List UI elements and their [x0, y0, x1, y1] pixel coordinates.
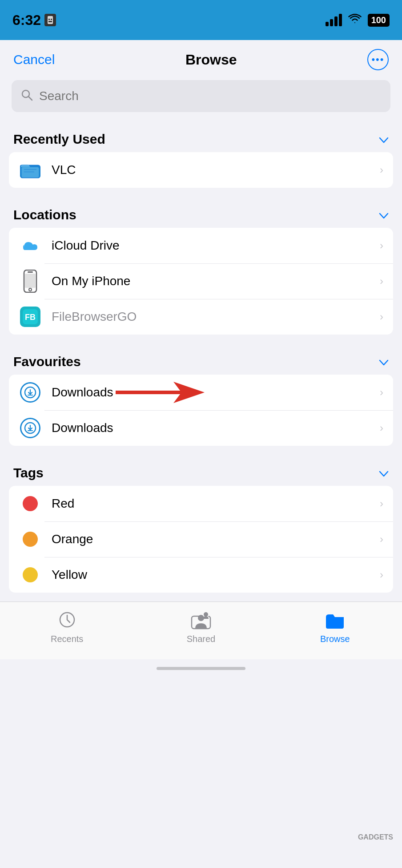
chevron-right-icon: › — [380, 569, 383, 581]
tags-section-header: Tags — [0, 455, 402, 486]
svg-point-14 — [29, 288, 32, 291]
tab-browse[interactable]: Browse — [308, 608, 362, 644]
signal-icon — [326, 14, 342, 26]
chevron-right-icon: › — [380, 239, 383, 252]
list-item[interactable]: Orange › — [9, 521, 393, 557]
tab-bar: Recents Shared Browse — [0, 602, 402, 659]
download-icon — [19, 381, 42, 404]
favourites-section-header: Favourites — [0, 343, 402, 375]
list-item[interactable]: On My iPhone › — [9, 263, 393, 299]
svg-marker-20 — [116, 382, 205, 403]
svg-rect-2 — [51, 19, 52, 20]
vlc-label: VLC — [52, 163, 375, 177]
search-input[interactable] — [39, 89, 382, 103]
home-indicator — [0, 659, 402, 677]
time-label: 6:32 — [12, 12, 41, 28]
sim-icon — [44, 14, 56, 26]
filebrowsergo-label: FileBrowserGO — [52, 310, 375, 324]
chevron-right-icon: › — [380, 311, 383, 323]
tag-yellow-label: Yellow — [52, 568, 375, 582]
tags-list: Red › Orange › Yellow › — [9, 486, 393, 593]
iphone-icon — [19, 270, 42, 293]
tab-browse-label: Browse — [320, 634, 350, 644]
svg-text:FB: FB — [25, 313, 36, 322]
favourites-title: Favourites — [13, 354, 81, 369]
chevron-right-icon: › — [380, 386, 383, 399]
locations-section-header: Locations — [0, 197, 402, 228]
tags-title: Tags — [13, 465, 44, 480]
search-icon — [20, 89, 33, 104]
tab-recents[interactable]: Recents — [40, 608, 94, 644]
svg-rect-0 — [48, 16, 53, 24]
chevron-right-icon: › — [380, 533, 383, 545]
watermark: GADGETS — [358, 833, 393, 841]
status-icons: 100 — [326, 13, 390, 27]
wifi-icon — [348, 13, 362, 27]
downloads-label-1: Downloads — [52, 385, 375, 400]
tag-red-icon — [19, 492, 42, 515]
icloud-drive-label: iCloud Drive — [52, 238, 375, 253]
status-time: 6:32 — [12, 12, 56, 28]
chevron-right-icon: › — [380, 164, 383, 176]
recently-used-list: VLC › — [9, 152, 393, 188]
search-bar[interactable] — [12, 80, 390, 112]
list-item[interactable]: VLC › — [9, 152, 393, 188]
page-title: Browse — [185, 52, 237, 68]
svg-rect-13 — [28, 271, 33, 273]
svg-rect-1 — [48, 19, 50, 20]
locations-chevron[interactable] — [379, 208, 389, 222]
tags-chevron[interactable] — [379, 466, 389, 480]
svg-rect-15 — [25, 274, 36, 288]
list-item[interactable]: Downloads › — [9, 410, 393, 446]
locations-title: Locations — [13, 207, 76, 222]
favourites-chevron[interactable] — [379, 355, 389, 369]
recently-used-chevron[interactable] — [379, 133, 389, 146]
icloud-icon — [19, 234, 42, 257]
favourites-list: Downloads › — [9, 375, 393, 446]
tag-orange-icon — [19, 528, 42, 551]
browse-icon — [323, 608, 346, 631]
tag-red-label: Red — [52, 497, 375, 511]
recently-used-title: Recently Used — [13, 132, 105, 147]
status-bar: 6:32 100 — [0, 0, 402, 40]
tab-recents-label: Recents — [51, 634, 83, 644]
on-my-iphone-label: On My iPhone — [52, 274, 375, 288]
recently-used-section-header: Recently Used — [0, 121, 402, 152]
locations-list: iCloud Drive › On My iPhone › — [9, 228, 393, 335]
shared-icon — [189, 608, 213, 631]
list-item[interactable]: Downloads › — [9, 375, 393, 410]
tag-orange-label: Orange — [52, 532, 375, 546]
home-bar — [157, 667, 245, 670]
list-item[interactable]: iCloud Drive › — [9, 228, 393, 263]
list-item[interactable]: FB FileBrowserGO › — [9, 299, 393, 335]
more-button[interactable]: ••• — [367, 49, 389, 70]
tab-shared[interactable]: Shared — [174, 608, 228, 644]
chevron-right-icon: › — [380, 497, 383, 510]
filebrowsergo-icon: FB — [19, 305, 42, 328]
vlc-folder-icon — [19, 158, 42, 182]
battery-icon: 100 — [368, 14, 390, 27]
red-arrow-annotation — [111, 380, 205, 405]
svg-line-5 — [29, 97, 32, 100]
recents-icon — [56, 608, 79, 631]
download-icon — [19, 416, 42, 440]
chevron-right-icon: › — [380, 275, 383, 287]
chevron-right-icon: › — [380, 422, 383, 434]
svg-point-4 — [22, 90, 29, 97]
header: Cancel Browse ••• — [0, 40, 402, 76]
cancel-button[interactable]: Cancel — [13, 52, 55, 67]
list-item[interactable]: Red › — [9, 486, 393, 521]
tab-shared-label: Shared — [187, 634, 216, 644]
list-item[interactable]: Yellow › — [9, 557, 393, 593]
downloads-label-2: Downloads — [52, 421, 375, 435]
svg-rect-3 — [48, 21, 52, 22]
main-content: Cancel Browse ••• Recently Used — [0, 40, 402, 593]
tag-yellow-icon — [19, 563, 42, 586]
